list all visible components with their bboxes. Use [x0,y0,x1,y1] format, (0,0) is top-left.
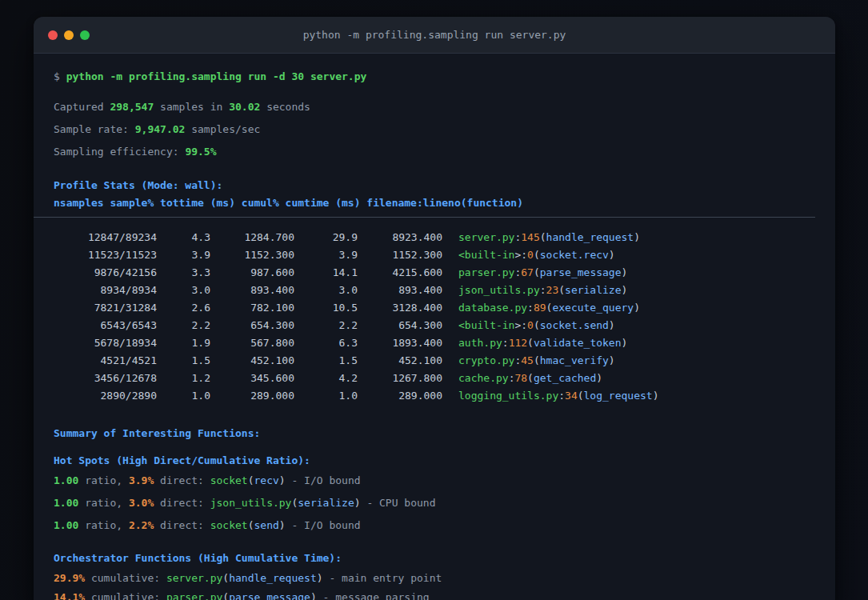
direct-pct: 2.2% [129,519,154,531]
col-cumul-pct: 1.5 [294,352,358,370]
line-number: 45 [521,354,534,366]
col-location: <built-in>:0(socket.send) [458,317,615,334]
line-number: 0 [527,319,534,331]
seconds-label: seconds [260,101,310,113]
profile-stats-title: Profile Stats (Mode: wall): [54,178,815,194]
orchestrators-list: 29.9% cumulative: server.py(handle_reque… [54,570,815,600]
function-name: get_cached [534,372,596,384]
note-text: - I/O bound [286,474,361,486]
col-nsamples: 7821/31284 [54,299,157,317]
hot-spots-list: 1.00 ratio, 3.9% direct: socket(recv) - … [54,473,815,534]
function-name: send [254,519,279,531]
col-cumtime: 3128.400 [358,299,442,317]
table-row: 12847/89234 4.3 1284.700 29.9 8923.400 s… [54,229,815,246]
col-tottime: 1152.300 [210,246,294,264]
col-nsamples: 6543/6543 [54,317,157,334]
col-cumtime: 654.300 [358,317,442,334]
col-tottime: 345.600 [210,370,294,387]
col-sample-pct: 1.2 [157,370,210,387]
col-sample-pct: 2.2 [157,317,210,334]
col-sample-pct: 1.5 [157,352,210,370]
captured-label: Captured [54,101,110,113]
table-row: 9876/42156 3.3 987.600 14.1 4215.600 par… [54,264,815,282]
ratio-label: ratio, [78,474,129,486]
module-name: socket [210,474,248,486]
col-cumul-pct: 1.0 [294,387,358,405]
col-cumtime: 1152.300 [358,246,442,264]
efficiency-label: Sampling efficiency: [54,146,185,158]
col-tottime: 1284.700 [210,229,294,246]
rate-unit: samples/sec [185,123,260,135]
col-location: server.py:145(handle_request) [458,229,640,246]
table-row: 4521/4521 1.5 452.100 1.5 452.100 crypto… [54,352,815,370]
table-row: 11523/11523 3.9 1152.300 3.9 1152.300 <b… [54,246,815,264]
function-name: socket.send [540,319,609,331]
hot-spot-item: 1.00 ratio, 2.2% direct: socket(send) - … [54,518,815,534]
orchestrator-item: 29.9% cumulative: server.py(handle_reque… [54,570,815,586]
hot-spot-item: 1.00 ratio, 3.0% direct: json_utils.py(s… [54,495,815,511]
col-tottime: 782.100 [210,299,294,317]
col-nsamples: 12847/89234 [54,229,157,246]
cumulative-pct: 29.9% [54,572,85,584]
window-titlebar[interactable]: python -m profiling.sampling run server.… [34,17,835,54]
col-tottime: 452.100 [210,352,294,370]
duration-value: 30.02 [229,101,260,113]
col-cumul-pct: 29.9 [294,229,358,246]
col-sample-pct: 3.9 [157,246,210,264]
col-cumtime: 452.100 [358,352,442,370]
col-cumtime: 1893.400 [358,334,442,352]
col-sample-pct: 1.0 [157,387,210,405]
filename: <built-in [458,249,514,261]
terminal-content[interactable]: $ python -m profiling.sampling run -d 30… [34,69,835,600]
module-name: socket [210,519,248,531]
filename: cache.py [458,372,509,384]
function-name: parse_message [540,266,622,278]
line-number: 0 [527,249,534,261]
col-cumul-pct: 6.3 [294,334,358,352]
function-name: recv [254,474,279,486]
line-number: 145 [521,231,539,243]
table-row: 8934/8934 3.0 893.400 3.0 893.400 json_u… [54,282,815,299]
col-nsamples: 8934/8934 [54,282,157,299]
col-nsamples: 2890/2890 [54,387,157,405]
module-name: server.py [166,572,222,584]
col-cumtime: 1267.800 [358,370,442,387]
col-sample-pct: 3.0 [157,282,210,299]
filename: server.py [458,231,514,243]
ratio-label: ratio, [78,519,129,531]
col-tottime: 654.300 [210,317,294,334]
note-text: - I/O bound [286,519,361,531]
function-name: handle_request [546,231,634,243]
captured-line: Captured 298,547 samples in 30.02 second… [54,99,815,115]
function-name: hmac_verify [540,354,609,366]
col-cumul-pct: 2.2 [294,317,358,334]
prompt-symbol: $ [54,70,66,82]
function-name: validate_token [534,337,622,349]
note-text: - CPU bound [361,497,436,509]
profile-table: 12847/89234 4.3 1284.700 29.9 8923.400 s… [54,229,815,405]
col-nsamples: 5678/18934 [54,334,157,352]
efficiency-value: 99.5% [185,146,216,158]
table-divider [34,217,815,218]
table-row: 6543/6543 2.2 654.300 2.2 654.300 <built… [54,317,815,334]
line-number: 67 [521,266,534,278]
col-cumtime: 8923.400 [358,229,442,246]
table-row: 2890/2890 1.0 289.000 1.0 289.000 loggin… [54,387,815,405]
col-sample-pct: 1.9 [157,334,210,352]
filename: logging_utils.py [458,390,558,402]
terminal-window: python -m profiling.sampling run server.… [34,17,835,600]
col-cumul-pct: 3.9 [294,246,358,264]
col-nsamples: 3456/12678 [54,370,157,387]
profile-table-header: nsamples sample% tottime (ms) cumul% cum… [54,195,815,211]
col-tottime: 893.400 [210,282,294,299]
col-cumul-pct: 10.5 [294,299,358,317]
function-name: socket.recv [540,249,609,261]
col-location: database.py:89(execute_query) [458,299,640,317]
direct-label: direct: [154,497,210,509]
function-name: serialize [565,284,621,296]
direct-label: direct: [154,519,210,531]
command-line: $ python -m profiling.sampling run -d 30… [54,69,815,85]
col-sample-pct: 2.6 [157,299,210,317]
col-cumul-pct: 3.0 [294,282,358,299]
filename: crypto.py [458,354,514,366]
